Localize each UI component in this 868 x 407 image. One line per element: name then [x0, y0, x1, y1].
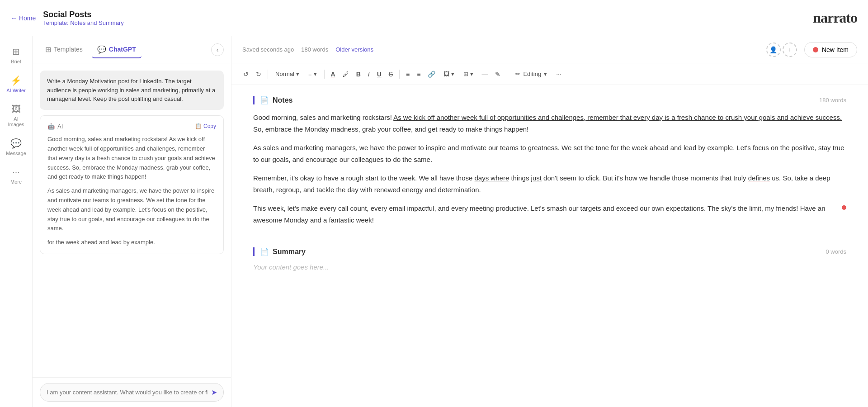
chatgpt-tab-icon: 💬: [97, 45, 106, 54]
templates-tab-icon: ⊞: [45, 45, 51, 54]
more-options-icon: ···: [556, 71, 561, 78]
new-item-dot: [813, 47, 818, 52]
bold-icon: B: [356, 71, 361, 78]
bullet-list-button[interactable]: ≡: [403, 69, 412, 80]
toolbar-separator-2: [324, 70, 325, 79]
tab-templates-label: Templates: [54, 46, 83, 53]
word-count: 180 words: [301, 46, 328, 53]
summary-placeholder-text: Your content goes here...: [253, 263, 846, 271]
icon-sidebar: ⊞ Brief ⚡ AI Writer 🖼 AI Images 💬 Messag…: [0, 36, 33, 407]
redo-button[interactable]: ↻: [253, 69, 264, 80]
editor-content: 📄 Notes 180 words Good morning, sales an…: [231, 85, 868, 407]
ordered-list-icon: ≡: [417, 71, 420, 78]
comment-button[interactable]: ✎: [492, 69, 503, 80]
sidebar-label-message: Message: [6, 151, 26, 156]
ai-response-bubble: 🤖 AI 📋 Copy Good morning, sales and mark…: [40, 115, 224, 255]
clear-format-button[interactable]: —: [479, 69, 491, 80]
underlined-text-1: As we kick off another week full of oppo…: [393, 114, 842, 121]
more-options-button[interactable]: ···: [553, 69, 564, 80]
table-dropdown[interactable]: ⊞ ▾: [460, 69, 477, 79]
chat-content: Write a Monday Motivation post for Linke…: [33, 63, 231, 377]
italic-button[interactable]: I: [365, 69, 373, 80]
underline-button[interactable]: U: [374, 69, 384, 80]
highlight-icon: 🖊: [343, 71, 349, 78]
summary-section-header: 📄 Summary 0 words: [253, 247, 846, 256]
highlight-button[interactable]: 🖊: [340, 69, 352, 80]
ai-images-icon: 🖼: [12, 104, 21, 114]
older-versions-link[interactable]: Older versions: [335, 46, 373, 53]
user-message-text: Write a Monday Motivation post for Linke…: [47, 78, 215, 102]
panel-tabs: ⊞ Templates 💬 ChatGPT ‹: [33, 36, 231, 63]
chat-input-area: ➤: [33, 377, 231, 407]
table-chevron-icon: ▾: [470, 71, 473, 77]
italic-icon: I: [368, 71, 370, 78]
panel-collapse-button[interactable]: ‹: [211, 43, 224, 56]
new-item-button[interactable]: New Item: [804, 42, 857, 57]
avatar-group: 👤 +: [766, 43, 797, 57]
summary-word-count: 0 words: [826, 248, 846, 255]
toolbar-separator-3: [399, 70, 400, 79]
notes-section-title: 📄 Notes: [260, 96, 292, 104]
brief-icon: ⊞: [12, 46, 20, 57]
tab-chatgpt[interactable]: 💬 ChatGPT: [92, 42, 142, 58]
sidebar-item-more[interactable]: ··· More: [2, 162, 31, 189]
sidebar-item-ai-writer[interactable]: ⚡ AI Writer: [2, 71, 31, 98]
align-chevron-icon: ▾: [314, 71, 317, 77]
sidebar-item-message[interactable]: 💬 Message: [2, 133, 31, 161]
toolbar-separator-4: [507, 70, 507, 79]
ai-robot-icon: 🤖: [47, 122, 55, 132]
link-button[interactable]: 🔗: [425, 69, 438, 80]
image-dropdown[interactable]: 🖼 ▾: [440, 69, 458, 79]
chat-input[interactable]: [47, 389, 208, 396]
image-icon: 🖼: [443, 71, 449, 77]
copy-icon: 📋: [195, 122, 202, 131]
sidebar-item-brief[interactable]: ⊞ Brief: [2, 42, 31, 69]
toolbar-separator-1: [268, 70, 268, 79]
message-icon: 💬: [10, 138, 22, 149]
align-dropdown[interactable]: ≡ ▾: [305, 69, 321, 79]
saved-status: Saved seconds ago: [242, 46, 294, 53]
font-color-button[interactable]: A: [328, 69, 338, 80]
template-link[interactable]: Notes and Summary: [70, 19, 124, 26]
page-subtitle: Template: Notes and Summary: [43, 19, 123, 26]
strikethrough-button[interactable]: S: [386, 69, 396, 80]
comment-icon: ✎: [495, 71, 500, 78]
summary-doc-icon: 📄: [260, 247, 269, 256]
editing-mode-dropdown[interactable]: ✏ Editing ▾: [511, 69, 552, 79]
page-title: Social Posts: [43, 10, 123, 19]
undo-button[interactable]: ↺: [241, 69, 251, 80]
table-icon: ⊞: [463, 71, 468, 77]
ai-response-text: Good morning, sales and marketing rockst…: [47, 135, 216, 247]
chevron-down-icon: ▾: [296, 71, 299, 77]
sidebar-label-more: More: [10, 179, 22, 185]
ai-label: 🤖 AI: [47, 122, 63, 132]
editor-toolbar: ↺ ↻ Normal ▾ ≡ ▾ A 🖊 B: [231, 63, 868, 85]
editing-pencil-icon: ✏: [515, 71, 520, 77]
image-chevron-icon: ▾: [451, 71, 454, 77]
tab-templates[interactable]: ⊞ Templates: [40, 42, 88, 58]
main-layout: ⊞ Brief ⚡ AI Writer 🖼 AI Images 💬 Messag…: [0, 36, 868, 407]
font-color-icon: A: [331, 71, 335, 78]
ordered-list-button[interactable]: ≡: [414, 69, 423, 80]
undo-icon: ↺: [243, 71, 249, 78]
notes-paragraph-2: As sales and marketing managers, we have…: [253, 142, 846, 165]
align-icon: ≡: [308, 71, 312, 77]
style-dropdown[interactable]: Normal ▾: [272, 69, 303, 79]
notes-content: Good morning, sales and marketing rockst…: [253, 112, 846, 226]
avatar-1: 👤: [766, 43, 781, 57]
send-button[interactable]: ➤: [211, 388, 217, 397]
clear-format-icon: —: [481, 71, 488, 78]
link-icon: 🔗: [428, 71, 435, 78]
sidebar-item-ai-images[interactable]: 🖼 AI Images: [2, 99, 31, 132]
notes-section-header: 📄 Notes 180 words: [253, 96, 846, 104]
copy-button[interactable]: 📋 Copy: [195, 122, 216, 131]
sidebar-label-brief: Brief: [11, 59, 21, 64]
underline-icon: U: [377, 71, 382, 78]
app-logo: narrato: [813, 9, 857, 26]
summary-placeholder: Your content goes here...: [253, 263, 846, 271]
bold-button[interactable]: B: [354, 69, 363, 80]
back-home-link[interactable]: ← Home: [11, 14, 36, 22]
editing-chevron-icon: ▾: [544, 71, 547, 77]
top-nav: ← Home Social Posts Template: Notes and …: [0, 0, 868, 36]
notes-doc-icon: 📄: [260, 96, 269, 104]
